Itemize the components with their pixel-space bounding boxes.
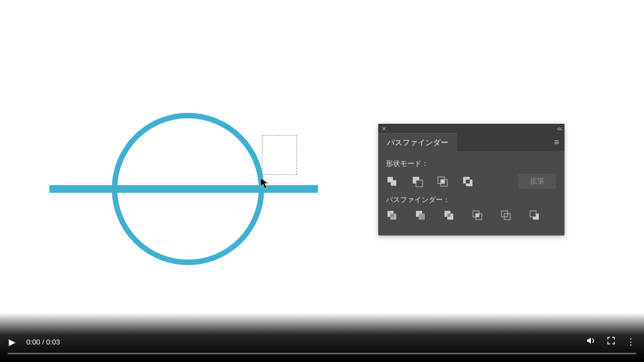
- play-icon[interactable]: ▶: [9, 337, 15, 347]
- panel-menu-icon[interactable]: ≡: [549, 137, 565, 147]
- minus-back-icon[interactable]: [528, 209, 540, 221]
- merge-icon[interactable]: [443, 209, 455, 221]
- selection-marquee: [262, 135, 297, 175]
- arrow-cursor-icon: [260, 177, 270, 189]
- pathfinder-panel[interactable]: ✕ << パスファインダー ≡ 形状モード： 拡張 パスファインダー：: [378, 124, 565, 235]
- shape-modes-label: 形状モード：: [386, 159, 557, 169]
- divide-icon[interactable]: [386, 209, 398, 221]
- collapse-icon[interactable]: <<: [557, 126, 561, 132]
- panel-topbar: ✕ <<: [378, 124, 565, 134]
- more-icon[interactable]: ⋮: [626, 337, 635, 347]
- minus-front-icon[interactable]: [411, 175, 423, 187]
- panel-body: 形状モード： 拡張 パスファインダー：: [378, 151, 565, 235]
- fullscreen-icon[interactable]: [607, 336, 615, 347]
- close-icon[interactable]: ✕: [381, 125, 386, 133]
- svg-rect-13: [447, 214, 451, 217]
- trim-icon[interactable]: [414, 209, 426, 221]
- svg-rect-7: [466, 180, 470, 183]
- video-progress-bar[interactable]: [8, 353, 636, 354]
- tab-pathfinder[interactable]: パスファインダー: [378, 133, 457, 152]
- circle-shape[interactable]: [112, 113, 264, 265]
- svg-rect-12: [419, 214, 425, 220]
- intersect-icon[interactable]: [436, 175, 448, 187]
- shape-modes-row: 拡張: [386, 173, 557, 189]
- crop-icon[interactable]: [471, 209, 483, 221]
- pathfinders-label: パスファインダー：: [386, 195, 557, 205]
- svg-rect-10: [390, 214, 394, 217]
- svg-rect-1: [416, 180, 423, 187]
- svg-rect-20: [530, 211, 536, 217]
- video-time-display: 0:00 / 0:03: [26, 338, 60, 346]
- video-control-bar: ▶ 0:00 / 0:03 ⋮: [0, 313, 644, 362]
- expand-button[interactable]: 拡張: [517, 173, 557, 189]
- pathfinders-row: [386, 209, 557, 221]
- exclude-icon[interactable]: [461, 175, 474, 187]
- unite-icon[interactable]: [386, 175, 398, 187]
- svg-rect-4: [441, 180, 444, 183]
- panel-tab-row: パスファインダー ≡: [378, 134, 565, 151]
- volume-icon[interactable]: [586, 336, 596, 348]
- outline-icon[interactable]: [500, 209, 512, 221]
- svg-rect-16: [476, 214, 479, 217]
